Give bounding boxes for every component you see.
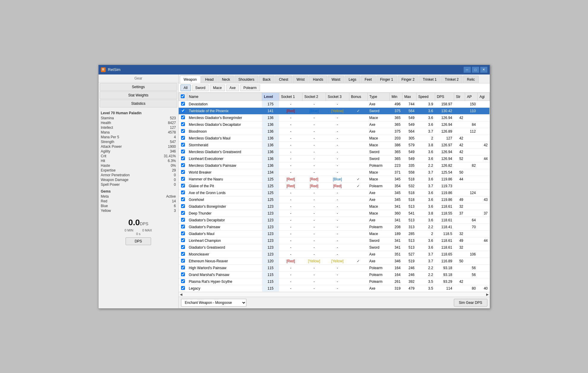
table-row[interactable]: Merciless Gladiator's Greatsword136---Sw… xyxy=(179,148,489,155)
table-row[interactable]: Grand Marshal's Painsaw115---Polearm1642… xyxy=(179,271,489,278)
table-row[interactable]: Lionheart Champion123---Sword3415133.611… xyxy=(179,237,489,244)
row-checkbox[interactable] xyxy=(181,191,185,194)
table-row[interactable]: Mooncleaver123---Axe3515273.7118.65106 xyxy=(179,251,489,258)
tab-hands[interactable]: Hands xyxy=(309,76,327,83)
row-checkbox[interactable] xyxy=(181,279,185,283)
row-checkbox[interactable] xyxy=(181,272,185,276)
row-checkbox[interactable] xyxy=(181,177,185,181)
tab-neck[interactable]: Neck xyxy=(218,76,234,83)
filter-all[interactable]: All xyxy=(180,85,191,91)
tab-head[interactable]: Head xyxy=(201,76,218,83)
row-bonus xyxy=(349,203,367,210)
tab-trinket2[interactable]: Trinket 2 xyxy=(441,76,462,83)
filter-mace[interactable]: Mace xyxy=(210,85,225,91)
tab-finger1[interactable]: Finger 1 xyxy=(376,76,397,83)
table-row[interactable]: Gorehowl125---Axe3455183.6119.864943 xyxy=(179,196,489,203)
scroll-right-arrow[interactable]: ▶ xyxy=(486,293,489,296)
row-checkbox[interactable] xyxy=(181,136,185,140)
tab-back[interactable]: Back xyxy=(259,76,275,83)
table-row[interactable]: Gladiator's Greatsword123---Sword3415133… xyxy=(179,244,489,251)
table-row[interactable]: Merciless Gladiator's Painsaw136---Polea… xyxy=(179,162,489,169)
table-row[interactable]: Gladiator's Painsaw123---Polearm2083132.… xyxy=(179,223,489,230)
row-checkbox[interactable] xyxy=(181,218,185,222)
table-row[interactable]: Gladiator's Maul123---Mace1892852118.532 xyxy=(179,230,489,237)
row-speed: 3.6 xyxy=(416,196,435,203)
row-checkbox[interactable] xyxy=(181,170,185,174)
row-checkbox[interactable] xyxy=(181,143,185,147)
row-checkbox[interactable] xyxy=(181,225,185,228)
row-checkbox[interactable] xyxy=(181,163,185,167)
settings-button[interactable]: Settings xyxy=(100,83,177,91)
tab-shoulders[interactable]: Shoulders xyxy=(234,76,258,83)
row-socket3: - xyxy=(326,203,349,210)
row-checkbox[interactable] xyxy=(181,109,185,112)
tab-feet[interactable]: Feet xyxy=(361,76,376,83)
row-checkbox[interactable] xyxy=(181,266,185,269)
table-row[interactable]: Merciless Gladiator's Decapitator136---A… xyxy=(179,121,489,128)
table-row[interactable]: Devastation175---Axe4967443.9158.97150 xyxy=(179,101,489,107)
row-speed: 3.7 xyxy=(416,251,435,258)
tab-relic[interactable]: Relic xyxy=(463,76,479,83)
table-row[interactable]: Gladiator's Bonegrinder123---Mace3415133… xyxy=(179,203,489,210)
tab-wrist[interactable]: Wrist xyxy=(293,76,308,83)
row-checkbox[interactable] xyxy=(181,252,185,256)
select-all-checkbox[interactable] xyxy=(181,94,185,98)
table-row[interactable]: Ethereum Nexus-Reaver120[Red][Yellow][Ye… xyxy=(179,258,489,264)
row-checkbox[interactable] xyxy=(181,129,185,133)
statistics-button[interactable]: Statistics xyxy=(100,100,177,107)
tab-weapon[interactable]: Weapon xyxy=(180,76,201,83)
tab-trinket1[interactable]: Trinket 1 xyxy=(419,76,440,83)
scroll-left-arrow[interactable]: ◀ xyxy=(180,293,182,296)
row-checkbox[interactable] xyxy=(181,150,185,153)
table-row[interactable]: Stormherald136---Mace3865793.8126.974242 xyxy=(179,142,489,148)
table-row[interactable]: Hammer of the Naaru125[Red][Red][Blue]✓M… xyxy=(179,176,489,182)
filter-sword[interactable]: Sword xyxy=(192,85,209,91)
row-checkbox[interactable] xyxy=(181,197,185,201)
table-row[interactable]: Legacy115---Axe3194793.51148040 xyxy=(179,285,489,292)
stat-weights-button[interactable]: Stat Weights xyxy=(100,91,177,99)
row-checkbox[interactable] xyxy=(181,156,185,160)
table-row[interactable]: Twinblade of the Phoenix141[Red][Blue][Y… xyxy=(179,107,489,114)
table-row[interactable]: Glaive of the Pit125[Red][Red][Red]✓Pole… xyxy=(179,182,489,189)
table-row[interactable]: Plasma Rat's Hyper-Scythe115---Polearm26… xyxy=(179,278,489,285)
row-agi xyxy=(478,148,489,155)
row-checkbox[interactable] xyxy=(181,259,185,263)
close-button[interactable]: ✕ xyxy=(480,67,487,73)
table-row[interactable]: World Breaker134---Mace3715583.7125.5450 xyxy=(179,169,489,176)
row-checkbox[interactable] xyxy=(181,102,185,106)
table-row[interactable]: Bloodmoon136---Axe3755643.7126.89112 xyxy=(179,128,489,135)
sim-gear-dps-button[interactable]: Sim Gear DPS xyxy=(454,299,487,307)
minimize-button[interactable]: ─ xyxy=(464,67,471,73)
tab-finger2[interactable]: Finger 2 xyxy=(398,76,419,83)
table-row[interactable]: Deep Thunder123---Mace3605413.8118.55373… xyxy=(179,210,489,217)
table-row[interactable]: Merciless Gladiator's Bonegrinder136---M… xyxy=(179,114,489,121)
col-name[interactable]: Name xyxy=(187,93,262,101)
row-socket1: [Red] xyxy=(279,182,302,189)
table-container[interactable]: Name Level Socket 1 Socket 2 Socket 3 Bo… xyxy=(179,93,490,292)
table-row[interactable]: High Warlord's Painsaw115---Polearm16424… xyxy=(179,264,489,271)
filter-axe[interactable]: Axe xyxy=(226,85,239,91)
col-level[interactable]: Level xyxy=(262,93,279,101)
row-socket2: - xyxy=(302,189,326,196)
table-row[interactable]: Axe of the Gronn Lords125---Axe3455183.6… xyxy=(179,189,489,196)
row-checkbox[interactable] xyxy=(181,204,185,208)
filter-polearm[interactable]: Polearm xyxy=(240,85,260,91)
row-bonus xyxy=(349,121,367,128)
table-row[interactable]: Gladiator's Decapitator123---Axe3415133.… xyxy=(179,217,489,223)
maximize-button[interactable]: □ xyxy=(472,67,479,73)
tab-waist[interactable]: Waist xyxy=(328,76,344,83)
row-checkbox[interactable] xyxy=(181,115,185,119)
tab-legs[interactable]: Legs xyxy=(345,76,360,83)
dps-button[interactable]: DPS xyxy=(126,237,151,245)
row-checkbox[interactable] xyxy=(181,122,185,126)
table-row[interactable]: Lionheart Executioner136---Sword3655493.… xyxy=(179,155,489,162)
table-row[interactable]: Merciless Gladiator's Maul136---Mace2033… xyxy=(179,135,489,142)
tab-chest[interactable]: Chest xyxy=(275,76,292,83)
row-checkbox[interactable] xyxy=(181,231,185,235)
row-checkbox[interactable] xyxy=(181,245,185,249)
row-checkbox[interactable] xyxy=(181,286,185,290)
row-checkbox[interactable] xyxy=(181,238,185,242)
row-checkbox[interactable] xyxy=(181,184,185,188)
enchant-select[interactable]: Enchant Weapon - MongooseEnchant Weapon … xyxy=(181,299,246,307)
row-checkbox[interactable] xyxy=(181,211,185,215)
